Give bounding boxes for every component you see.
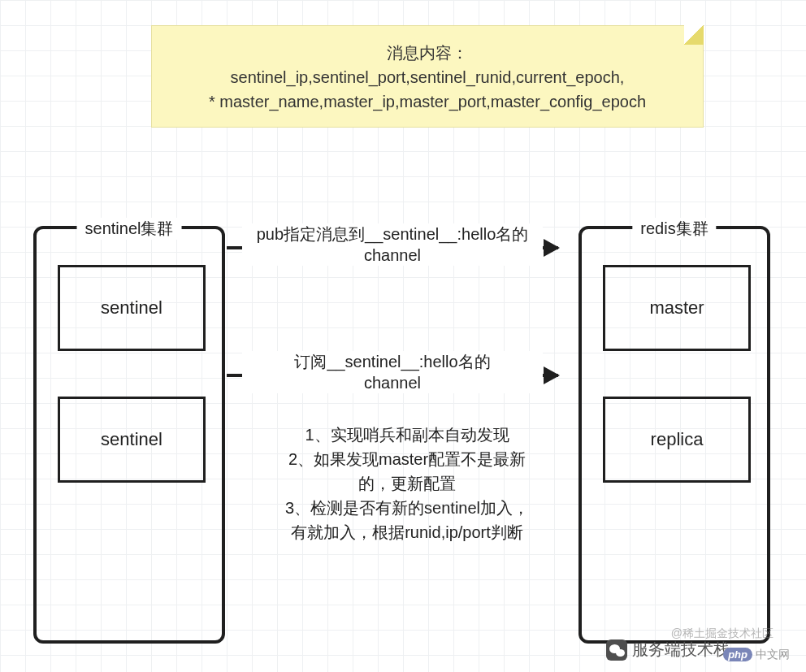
note-item-3: 3、检测是否有新的sentinel加入，有就加入，根据runid,ip/port…: [281, 496, 533, 544]
brand-watermark: 服务端技术栈: [606, 639, 730, 661]
explanation-notes: 1、实现哨兵和副本自动发现 2、如果发现master配置不是最新的，更新配置 3…: [281, 423, 533, 544]
master-box-label: master: [649, 297, 704, 319]
note-title: 消息内容：: [160, 41, 695, 65]
sub-arrow-label-line2: channel: [249, 372, 536, 393]
php-tag-icon: php: [723, 648, 752, 661]
diagram-canvas: 消息内容： sentinel_ip,sentinel_port,sentinel…: [0, 0, 806, 672]
sentinel-box-2-label: sentinel: [101, 429, 162, 450]
site-watermark-suffix: 中文网: [756, 648, 790, 661]
note-fold-icon: [684, 25, 704, 45]
note-line2: * master_name,master_ip,master_port,mast…: [160, 89, 695, 114]
pub-arrow-label-line1: pub指定消息到__sentinel__:hello名的: [249, 223, 536, 245]
redis-cluster-title: redis集群: [632, 218, 716, 240]
pub-arrow-label-line2: channel: [249, 245, 536, 266]
pub-arrow-label: pub指定消息到__sentinel__:hello名的 channel: [242, 223, 543, 266]
redis-cluster-frame: redis集群 master replica: [578, 226, 770, 644]
sentinel-box-1-label: sentinel: [101, 297, 162, 319]
note-line1: sentinel_ip,sentinel_port,sentinel_runid…: [160, 65, 695, 89]
note-item-1: 1、实现哨兵和副本自动发现: [281, 423, 533, 447]
sentinel-box-1: sentinel: [58, 265, 206, 351]
message-note: 消息内容： sentinel_ip,sentinel_port,sentinel…: [151, 25, 704, 128]
sentinel-box-2: sentinel: [58, 397, 206, 483]
sentinel-cluster-title: sentinel集群: [77, 218, 182, 240]
brand-watermark-text: 服务端技术栈: [632, 639, 730, 661]
site-watermark: php中文网: [723, 648, 790, 662]
sub-arrow-label: 订阅__sentinel__:hello名的 channel: [242, 351, 543, 393]
replica-box: replica: [603, 397, 751, 483]
sub-arrow-label-line1: 订阅__sentinel__:hello名的: [249, 351, 536, 372]
master-box: master: [603, 265, 751, 351]
wechat-icon: [606, 639, 627, 661]
pub-arrow: pub指定消息到__sentinel__:hello名的 channel: [227, 246, 558, 249]
note-item-2: 2、如果发现master配置不是最新的，更新配置: [281, 447, 533, 496]
replica-box-label: replica: [651, 429, 704, 450]
sub-arrow: 订阅__sentinel__:hello名的 channel: [227, 374, 558, 377]
sentinel-cluster-frame: sentinel集群 sentinel sentinel: [33, 226, 225, 644]
